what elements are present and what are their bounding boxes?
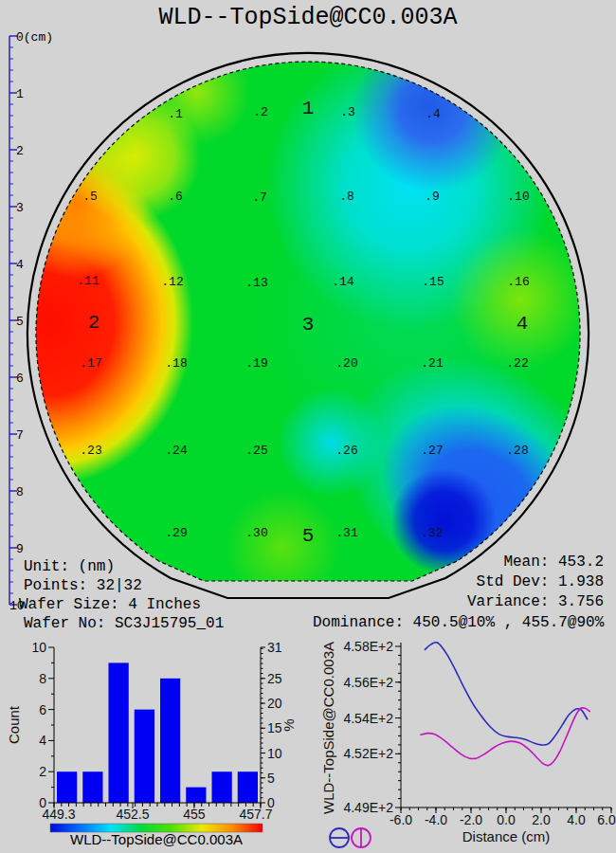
hist-legend-label: WLD--TopSide@CC0.003A [70, 831, 243, 847]
ruler-label: 8 [16, 485, 24, 499]
tick-label: 4.52E+2 [343, 746, 393, 761]
stat-unit: Unit: (nm) [24, 558, 115, 575]
histogram-bar [160, 679, 180, 803]
tick-label: 4.49E+2 [343, 800, 393, 815]
stat-variance: Variance: 3.756 [467, 593, 604, 610]
wafer-point-label: .18 [165, 356, 187, 371]
tick-label: 6.0 [597, 812, 616, 827]
wafer-point-label: .11 [77, 274, 100, 288]
wafer-point-label: .21 [421, 356, 444, 371]
histogram-bar [109, 662, 129, 803]
tick-label: 5 [267, 771, 275, 786]
tick-label: 452.5 [117, 807, 150, 822]
tick-label: 0.0 [497, 812, 516, 827]
wafer-point-label: .3 [340, 105, 355, 119]
tick-label: 4.58E+2 [343, 639, 393, 654]
wafer-point-label: .2 [253, 105, 268, 119]
profile-chart: 4.49E+24.52E+24.54E+24.56E+24.58E+2-6.0-… [320, 639, 616, 847]
prof-xlabel: Distance (cm) [462, 828, 551, 844]
stat-mean: Mean: 453.2 [503, 554, 604, 571]
histogram-bar [212, 771, 232, 803]
stat-wafer-no: Wafer No: SC3J15795_01 [24, 615, 224, 632]
main-canvas: 0(cm)12345678910 .1.21.3. [0, 0, 616, 853]
wafer-point-label: .7 [252, 191, 267, 205]
histogram-bar [238, 771, 258, 803]
tick-label: 8 [39, 671, 46, 686]
wafer-point-label: .6 [168, 190, 183, 204]
wafer-point-label: .29 [165, 526, 187, 540]
wafer-point-label: .31 [335, 526, 358, 540]
ruler-label: 9 [16, 542, 24, 556]
histogram-bar [82, 771, 102, 803]
wafer-point-label: .24 [165, 444, 188, 458]
ruler-label: 0(cm) [16, 30, 53, 45]
tick-label: 25 [267, 671, 282, 686]
wafer-point-label: .16 [507, 275, 529, 289]
wafer-point-label: .13 [245, 276, 267, 290]
hist-ylabel: Count [6, 705, 22, 744]
tick-label: 10 [31, 640, 46, 655]
tick-label: 20 [267, 696, 282, 711]
wafer-map-window: WLD--TopSide@CC0.003A 0(cm)12345678910 [0, 0, 616, 853]
horizontal-diameter-scan-curve [425, 643, 588, 745]
tick-label: 2.0 [532, 812, 551, 827]
ruler-label: 1 [16, 87, 24, 101]
stat-wafer-size: Wafer Size: 4 Inches [19, 596, 201, 613]
ruler-label: 3 [16, 201, 24, 215]
h-scan-legend-icon [330, 828, 349, 847]
wafer-point-label: .5 [82, 190, 98, 204]
wafer-region-label: 1 [302, 98, 315, 119]
ruler-label: 4 [16, 258, 24, 272]
tick-label: -2.0 [460, 812, 482, 827]
ruler-label: 7 [16, 428, 24, 443]
ruler-label: 5 [16, 315, 24, 329]
wafer-point-label: .4 [426, 107, 441, 121]
wafer-point-label: .25 [245, 444, 267, 458]
wafer-point-label: .30 [245, 526, 267, 540]
stat-points: Points: 32|32 [24, 577, 142, 594]
ruler-label: 2 [16, 144, 24, 158]
tick-label: 4.56E+2 [343, 675, 393, 690]
wafer-region-label: 5 [302, 525, 315, 547]
histogram-chart: 0246810051015202531449.3452.5455457.7Cou… [6, 640, 297, 847]
wafer-point-label: .22 [506, 356, 528, 371]
tick-label: 455 [183, 807, 206, 822]
stat-std-dev: Std Dev: 1.938 [477, 573, 604, 590]
tick-label: -4.0 [425, 812, 447, 827]
tick-label: 4.0 [567, 812, 586, 827]
histogram-bar [57, 771, 77, 803]
prof-ylabel: WLD--TopSide@CC0.003A [320, 642, 336, 814]
wafer-point-label: .10 [507, 190, 529, 204]
stat-dominance: Dominance: 450.5@10% , 455.7@90% [313, 614, 604, 631]
wafer-region-label: 4 [516, 313, 529, 335]
prof-plot-area [420, 643, 590, 766]
wafer-point-label: .26 [335, 444, 357, 458]
tick-label: 449.3 [42, 807, 75, 822]
wafer-point-label: .28 [506, 444, 528, 458]
hist-y2label: % [281, 718, 297, 731]
wafer-point-label: .20 [335, 356, 357, 371]
wafer-point-label: .32 [421, 526, 443, 540]
wafer-point-label: .27 [421, 444, 443, 458]
v-scan-legend-icon [352, 828, 371, 847]
wafer-point-label: .14 [332, 275, 354, 289]
tick-label: 4.54E+2 [343, 711, 393, 726]
wafer-point-label: .1 [168, 107, 183, 121]
tick-label: 457.7 [239, 807, 272, 822]
wafer-point-label: .15 [422, 275, 444, 289]
wafer-point-label: .12 [161, 275, 183, 289]
histogram-bar [135, 710, 154, 803]
tick-label: 10 [267, 746, 282, 761]
tick-label: 4 [39, 733, 46, 748]
wafer-point-label: .8 [339, 190, 354, 204]
wafer-region-label: 3 [302, 314, 315, 336]
tick-label: -6.0 [390, 812, 412, 827]
histogram-bar [186, 788, 206, 803]
wafer-point-label: .9 [425, 190, 440, 204]
wafer-point-label: .17 [80, 356, 101, 371]
wafer-region-label: 2 [88, 312, 100, 334]
tick-label: 31 [267, 640, 282, 655]
ruler-label: 6 [16, 372, 24, 386]
wafer-point-label: .19 [245, 356, 267, 371]
tick-label: 6 [39, 702, 46, 717]
